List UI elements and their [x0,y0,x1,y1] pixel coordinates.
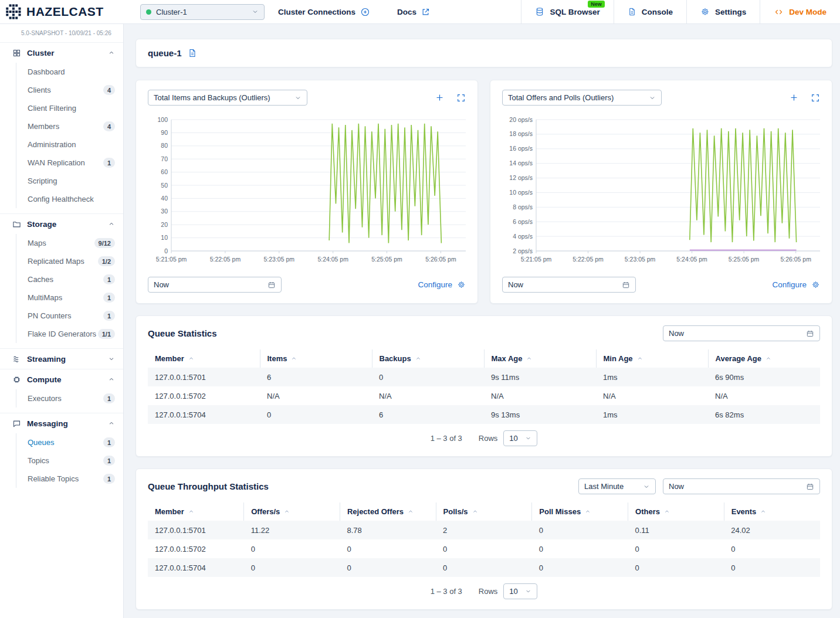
svg-text:18 ops/s: 18 ops/s [509,130,533,137]
fullscreen-icon[interactable] [456,93,466,103]
page-size-select[interactable]: 10 [503,430,537,446]
sidebar-item-executors[interactable]: Executors1 [16,389,123,408]
sidebar-item-reliable-topics[interactable]: Reliable Topics1 [16,470,123,488]
column-header-min-age[interactable]: Min Age [596,349,708,368]
gear-icon [457,280,466,289]
svg-text:12 ops/s: 12 ops/s [509,174,533,181]
sidebar-item-scripting[interactable]: Scripting [16,172,123,190]
sidebar-section-streaming: Streaming [0,348,123,369]
sidebar-section-header-streaming[interactable]: Streaming [0,349,123,369]
sidebar-item-dashboard[interactable]: Dashboard [16,63,123,81]
column-header-max-age[interactable]: Max Age [484,349,596,368]
column-header-member[interactable]: Member [148,349,260,368]
sidebar-item-multimaps[interactable]: MultiMaps1 [16,288,123,307]
sidebar-item-flake-id-generators[interactable]: Flake ID Generators1/1 [16,325,123,343]
sidebar-section-header-compute[interactable]: Compute [0,369,123,389]
chevron-down-icon [108,355,115,362]
column-header-average-age[interactable]: Average Age [708,349,820,368]
configure-chart-link[interactable]: Configure [772,280,820,289]
table-cell: 0 [372,368,484,386]
sidebar-section-header-storage[interactable]: Storage [0,214,123,234]
sidebar-item-queues[interactable]: Queues1 [16,433,123,451]
console-button[interactable]: Console [614,0,686,23]
sidebar-item-topics[interactable]: Topics1 [16,451,123,470]
item-label: Dashboard [28,67,65,76]
column-header-others[interactable]: Others [628,502,724,521]
chart-time-input[interactable]: Now [502,277,636,293]
column-header-member[interactable]: Member [148,502,244,521]
chart-time-input[interactable]: Now [148,277,282,293]
table-cell: 6s 82ms [708,405,820,424]
sidebar-item-replicated-maps[interactable]: Replicated Maps1/2 [16,252,123,270]
sidebar-item-client-filtering[interactable]: Client Filtering [16,99,123,117]
sort-ascending-icon [291,356,297,361]
cluster-selector[interactable]: Cluster-1 [140,4,265,20]
column-header-polls-s[interactable]: Polls/s [436,502,532,521]
section-label: Messaging [27,419,68,428]
svg-text:60: 60 [161,168,168,175]
table-cell: 6 [260,368,372,386]
sidebar-item-pn-counters[interactable]: PN Counters1 [16,307,123,325]
item-label: Flake ID Generators [28,330,96,338]
sidebar-item-maps[interactable]: Maps9/12 [16,234,123,252]
table-row[interactable]: 127.0.0.1:5701609s 11ms1ms6s 90ms [148,368,820,386]
sidebar-section-cluster: ClusterDashboardClients4Client Filtering… [0,42,123,208]
stats-time-input[interactable]: Now [663,478,820,494]
add-chart-icon[interactable] [789,93,799,103]
sql-browser-button[interactable]: New SQL Browser [521,0,613,23]
count-badge: 1 [103,474,115,484]
svg-text:2 ops/s: 2 ops/s [513,247,533,254]
docs-link[interactable]: Docs [384,0,443,23]
sidebar-items: DashboardClients4Client FilteringMembers… [16,63,123,208]
table-row[interactable]: 127.0.0.1:570111.228.78200.1124.02 [148,521,820,539]
sidebar-item-clients[interactable]: Clients4 [16,81,123,99]
stats-time-input[interactable]: Now [663,325,820,341]
brand[interactable]: HAZELCAST [0,0,126,23]
column-header-events[interactable]: Events [724,502,820,521]
sidebar-section-header-cluster[interactable]: Cluster [0,43,123,63]
sidebar-item-members[interactable]: Members4 [16,117,123,135]
table-row[interactable]: 127.0.0.1:5704000000 [148,558,820,577]
table-row[interactable]: 127.0.0.1:5702N/AN/AN/AN/AN/A [148,386,820,405]
sidebar-section-header-messaging[interactable]: Messaging [0,413,123,433]
sidebar-item-administration[interactable]: Administration [16,135,123,154]
item-label: Scripting [28,176,57,185]
column-header-rejected-offers[interactable]: Rejected Offers [340,502,436,521]
svg-text:40: 40 [161,195,168,202]
document-icon[interactable] [188,48,197,58]
new-badge: New [588,1,605,8]
chart-metric-select[interactable]: Total Offers and Polls (Outliers) [502,90,662,106]
cluster-name: Cluster-1 [156,8,187,16]
configure-chart-link[interactable]: Configure [418,280,466,289]
sort-ascending-icon [188,356,194,361]
sidebar-item-wan-replication[interactable]: WAN Replication1 [16,154,123,172]
period-select[interactable]: Last Minute [578,478,656,494]
column-header-backups[interactable]: Backups [372,349,484,368]
table-cell: 127.0.0.1:5704 [148,558,244,577]
column-header-items[interactable]: Items [260,349,372,368]
column-header-poll-misses[interactable]: Poll Misses [532,502,628,521]
sidebar-item-caches[interactable]: Caches1 [16,270,123,288]
sort-ascending-icon [188,509,194,514]
section-label: Cluster [27,49,55,57]
dev-mode-button[interactable]: Dev Mode [760,0,840,23]
cluster-connections-link[interactable]: Cluster Connections [265,0,384,23]
compute-icon [12,375,21,384]
table-cell: N/A [372,386,484,405]
table-cell: 0 [532,539,628,558]
settings-button[interactable]: Settings [686,0,760,23]
table-row[interactable]: 127.0.0.1:5702000000 [148,539,820,558]
svg-text:5:26:05 pm: 5:26:05 pm [780,256,811,263]
page-size-select[interactable]: 10 [503,583,537,599]
column-header-offers-s[interactable]: Offers/s [244,502,340,521]
table-cell: 0 [260,405,372,424]
add-chart-icon[interactable] [435,93,445,103]
sidebar: 5.0-SNAPSHOT - 10/09/21 - 05:26 ClusterD… [0,24,124,618]
svg-text:6 ops/s: 6 ops/s [513,218,533,225]
table-row[interactable]: 127.0.0.1:5704069s 13ms1ms6s 82ms [148,405,820,424]
fullscreen-icon[interactable] [811,93,820,103]
svg-text:30: 30 [161,208,168,215]
sort-ascending-icon [408,509,414,514]
sidebar-item-config-healthcheck[interactable]: Config Healthcheck [16,190,123,208]
chart-metric-select[interactable]: Total Items and Backups (Outliers) [148,90,307,106]
